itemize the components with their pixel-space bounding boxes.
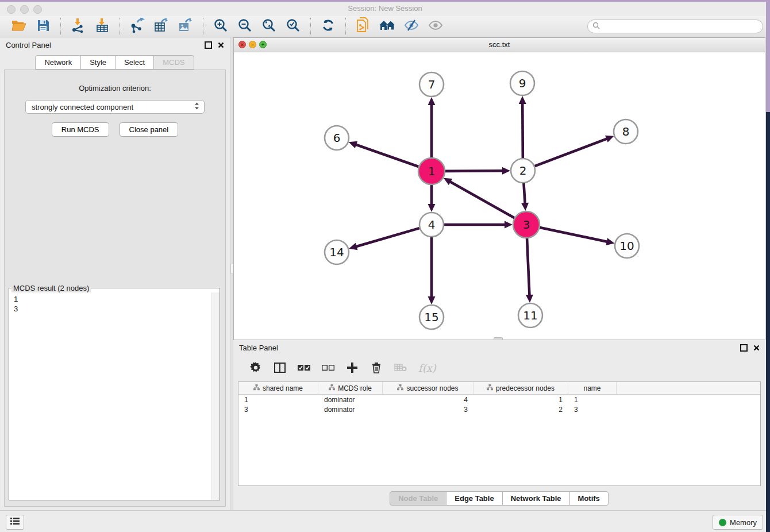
edge-arrowhead (606, 238, 614, 245)
table-cell[interactable]: 1 (473, 395, 568, 405)
save-session-button[interactable] (31, 17, 55, 36)
export-image-button[interactable] (174, 17, 198, 36)
table-cell[interactable]: 3 (238, 405, 318, 415)
table-cell[interactable]: 3 (568, 405, 617, 415)
memory-button[interactable]: Memory (713, 515, 763, 530)
table-cell[interactable]: 2 (473, 405, 568, 415)
zoom-window-icon[interactable] (33, 5, 42, 14)
hide-selected-button[interactable] (399, 17, 424, 36)
import-table-button[interactable] (90, 17, 114, 36)
column-header-mcds-role[interactable]: MCDS role (318, 382, 383, 394)
tab-mcds[interactable]: MCDS (153, 55, 194, 70)
table-cell[interactable]: 3 (383, 405, 473, 415)
tab-edge-table[interactable]: Edge Table (446, 491, 502, 506)
tab-style[interactable]: Style (80, 55, 116, 70)
attribute-tree-icon (397, 384, 403, 392)
graph-edge-2-8[interactable] (535, 138, 608, 166)
table-row[interactable]: 1dominator411 (238, 395, 760, 405)
node-label: 11 (523, 309, 537, 322)
edge-arrowhead (428, 97, 436, 105)
table-cell[interactable]: dominator (318, 395, 383, 405)
graph-edge-3-10[interactable] (540, 228, 607, 242)
desktop-background-strip (766, 112, 770, 532)
zoom-out-button[interactable] (233, 17, 257, 36)
table-cell[interactable]: 4 (383, 395, 473, 405)
search-input[interactable] (603, 22, 758, 31)
column-header-label: predecessor nodes (496, 384, 555, 392)
close-panel-button[interactable]: Close panel (120, 122, 179, 137)
memory-status-icon (719, 519, 726, 526)
table-settings-button[interactable] (249, 361, 262, 374)
import-network-button[interactable] (66, 17, 90, 36)
graph-edge-2-9[interactable] (522, 103, 523, 158)
column-header-predecessor-nodes[interactable]: predecessor nodes (473, 382, 568, 394)
tab-network[interactable]: Network (35, 55, 81, 70)
open-session-button[interactable] (7, 17, 31, 36)
zoom-fit-button[interactable] (257, 17, 281, 36)
graph-edge-2-3[interactable] (523, 183, 525, 204)
network-canvas[interactable]: 7968124314101511 (234, 52, 765, 340)
close-window-icon[interactable] (7, 5, 16, 14)
window-focus-border (0, 0, 770, 2)
column-header-name[interactable]: name (568, 382, 617, 394)
node-label: 7 (428, 78, 436, 91)
task-history-button[interactable] (6, 515, 24, 530)
close-panel-icon[interactable] (218, 42, 224, 48)
tab-select[interactable]: Select (115, 55, 154, 70)
float-table-panel-icon[interactable] (740, 344, 748, 352)
zoom-in-button[interactable] (209, 17, 233, 36)
tab-motifs[interactable]: Motifs (569, 491, 609, 506)
control-panel-header: Control Panel (0, 37, 230, 52)
float-panel-icon[interactable] (205, 41, 212, 49)
function-builder-button[interactable]: f(x) (418, 362, 436, 374)
control-panel: Control Panel NetworkStyleSelectMCDS Opt… (0, 37, 230, 510)
tab-node-table[interactable]: Node Table (390, 491, 446, 506)
first-neighbors-button[interactable] (375, 17, 399, 36)
refresh-icon (321, 18, 335, 34)
table-row[interactable]: 3dominator323 (238, 405, 760, 415)
node-label: 9 (519, 76, 526, 90)
node-label: 2 (519, 164, 527, 178)
delete-table-button[interactable] (394, 361, 407, 374)
delete-column-button[interactable] (370, 361, 383, 374)
graph-edge-1-2[interactable] (445, 171, 503, 171)
column-header-shared-name[interactable]: shared name (238, 382, 318, 394)
graph-edge-3-1[interactable] (449, 182, 514, 218)
show-column-button[interactable] (274, 361, 286, 374)
table-cell[interactable]: 1 (568, 395, 617, 405)
edge-arrowhead (526, 295, 533, 303)
table-cell[interactable]: dominator (318, 405, 383, 415)
mcds-result-list: 13 (9, 292, 220, 315)
refresh-button[interactable] (316, 17, 340, 36)
close-table-panel-icon[interactable] (753, 345, 760, 351)
optimization-criterion-select[interactable]: strongly connected component (25, 100, 205, 114)
show-all-button[interactable] (424, 17, 448, 36)
table-panel-header: Table Panel (233, 340, 765, 355)
houses-icon (378, 18, 396, 34)
export-table-icon (153, 18, 170, 35)
create-column-button[interactable] (346, 361, 359, 374)
table-cell[interactable]: 1 (238, 395, 318, 405)
network-window-titlebar[interactable]: × − + scc.txt (234, 38, 765, 52)
node-label: 10 (619, 239, 634, 253)
column-header-successor-nodes[interactable]: successor nodes (383, 382, 473, 394)
edge-arrowhead (505, 221, 513, 229)
export-network-button[interactable] (125, 17, 149, 36)
graph-edge-4-14[interactable] (356, 228, 419, 246)
save-floppy-icon (37, 19, 49, 34)
mcds-panel: Optimization criterion: strongly connect… (4, 70, 226, 507)
edge-arrowhead (428, 296, 436, 304)
run-mcds-button[interactable]: Run MCDS (52, 122, 109, 137)
zoom-selected-button[interactable] (281, 17, 305, 36)
select-all-columns-button[interactable] (298, 361, 310, 374)
column-header-label: name (583, 384, 600, 392)
clone-network-button[interactable] (351, 17, 375, 36)
unselect-all-columns-button[interactable] (322, 361, 334, 374)
node-label: 6 (333, 131, 341, 145)
graph-edge-1-6[interactable] (355, 144, 418, 167)
minimize-window-icon[interactable] (20, 5, 29, 14)
graph-edge-3-11[interactable] (527, 238, 529, 296)
tab-network-table[interactable]: Network Table (502, 491, 570, 506)
result-scrollbar[interactable] (211, 292, 220, 500)
export-table-button[interactable] (149, 17, 174, 36)
